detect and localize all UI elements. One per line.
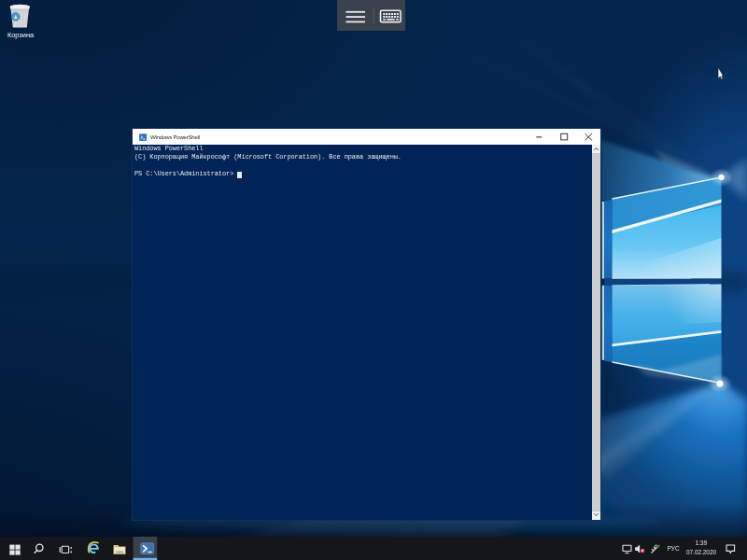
svg-text:07.02.2020: 07.02.2020 — [686, 549, 716, 555]
svg-text:Корзина: Корзина — [7, 31, 35, 39]
svg-text:РУС: РУС — [668, 545, 680, 552]
svg-text:1:39: 1:39 — [696, 539, 708, 546]
